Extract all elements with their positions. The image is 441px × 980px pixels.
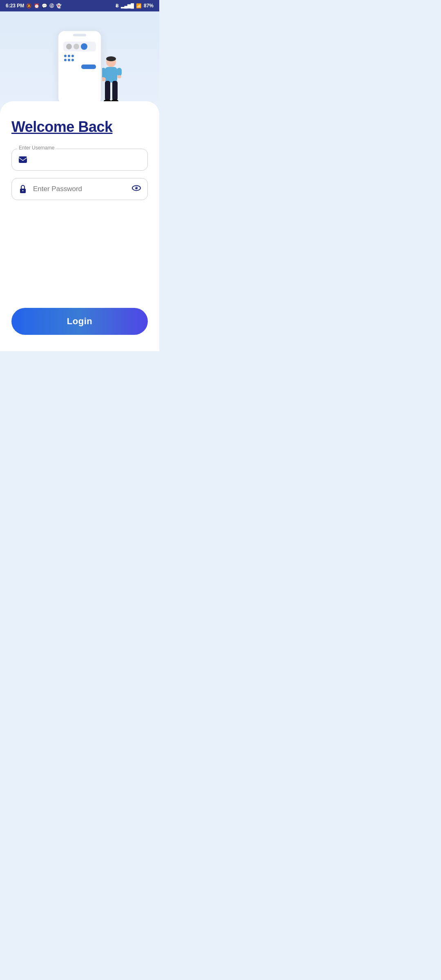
- phone-dot: [71, 59, 74, 61]
- phone-toggle: [63, 42, 96, 51]
- eye-icon[interactable]: [131, 183, 141, 195]
- phone-dot: [68, 59, 70, 61]
- phone-dot: [64, 55, 67, 57]
- svg-point-13: [22, 190, 24, 192]
- svg-point-15: [135, 187, 138, 189]
- phone-dot: [71, 55, 74, 57]
- time-display: 6:23 PM: [6, 3, 24, 9]
- svg-rect-2: [105, 67, 117, 82]
- signal-icon: ▂▄▆█: [121, 3, 134, 9]
- svg-point-1: [106, 56, 116, 61]
- wifi-icon: 📶: [136, 3, 142, 9]
- svg-rect-8: [112, 81, 118, 100]
- toggle-dot-active: [81, 43, 87, 50]
- phone-illustration: [57, 30, 102, 105]
- status-right: Ƀ ▂▄▆█ 📶 87%: [116, 3, 154, 9]
- login-button[interactable]: Login: [11, 308, 148, 335]
- login-card: Welcome Back Enter Username: [0, 101, 159, 351]
- alarm-icon: ⏰: [34, 3, 40, 9]
- mute-icon: 🔕: [26, 3, 32, 9]
- lock-icon: [18, 184, 28, 194]
- snapchat-icon: 👻: [56, 3, 62, 9]
- hero-section: [0, 11, 159, 105]
- svg-point-16: [136, 187, 136, 188]
- status-left: 6:23 PM 🔕 ⏰ 💬 ⓓ 👻: [6, 3, 62, 9]
- svg-point-6: [117, 75, 121, 78]
- status-bar: 6:23 PM 🔕 ⏰ 💬 ⓓ 👻 Ƀ ▂▄▆█ 📶 87%: [0, 0, 159, 11]
- username-label: Enter Username: [17, 145, 56, 151]
- app-icon-d: ⓓ: [49, 3, 54, 9]
- person-illustration: [100, 56, 122, 105]
- svg-rect-4: [117, 68, 122, 76]
- phone-dots-row-2: [64, 59, 74, 61]
- battery-display: 87%: [144, 3, 154, 9]
- message-icon: 💬: [42, 3, 47, 9]
- phone-button-row: [81, 65, 96, 69]
- welcome-title: Welcome Back: [11, 118, 148, 136]
- phone-button: [81, 65, 96, 69]
- toggle-dot-2: [74, 44, 79, 49]
- username-field-group: Enter Username: [11, 149, 148, 171]
- phone-dot: [68, 55, 70, 57]
- svg-rect-7: [105, 81, 110, 100]
- mail-icon: [18, 155, 28, 165]
- toggle-dot-1: [66, 44, 72, 49]
- phone-dots-row-1: [64, 55, 74, 57]
- username-input[interactable]: [11, 149, 148, 171]
- phone-dot: [64, 59, 67, 61]
- svg-rect-11: [19, 156, 27, 163]
- password-input[interactable]: [11, 178, 148, 200]
- password-field-group: [11, 178, 148, 200]
- phone-notch: [73, 34, 86, 36]
- bluetooth-icon: Ƀ: [116, 3, 119, 9]
